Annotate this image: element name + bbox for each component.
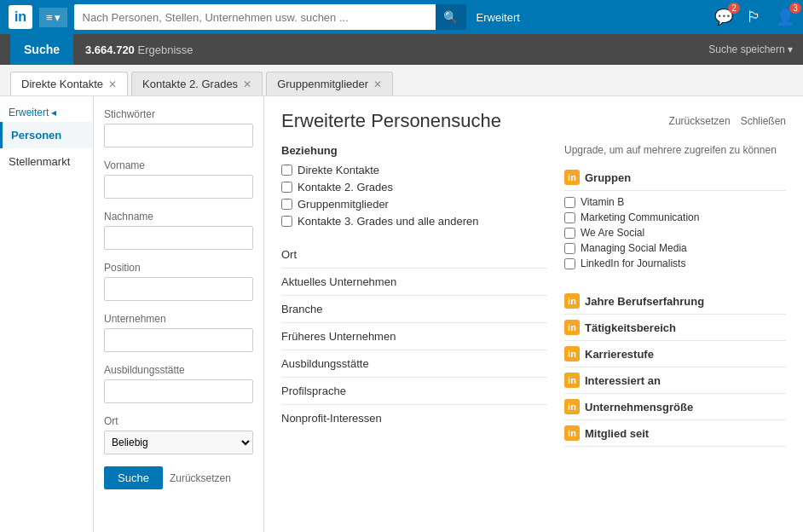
suche-label: Suche: [10, 34, 73, 65]
checkbox-kontakte2: Kontakte 2. Grades: [281, 181, 547, 194]
tatigkeit-section[interactable]: in Tätigkeitsbereich: [564, 315, 786, 341]
sidebar-item-personen[interactable]: Personen: [0, 122, 93, 148]
unternehmen-group: Unternehmen: [104, 313, 253, 352]
form-buttons: Suche Zurücksetzen: [104, 466, 253, 489]
checkbox-kontakte3: Kontakte 3. Grades und alle anderen: [281, 215, 547, 228]
schliessen-button[interactable]: Schließen: [741, 115, 786, 127]
in-badge-karriere: in: [564, 346, 580, 361]
advanced-title: Erweiterte Personensuche: [281, 110, 501, 132]
left-sidebar: Erweitert ◂ Personen Stellenmarkt: [0, 96, 94, 532]
sub-navigation: Suche 3.664.720 Ergebnisse Suche speiche…: [0, 34, 803, 65]
adv-content: Beziehung Direkte Kontakte Kontakte 2. G…: [281, 144, 786, 447]
gruppen-title[interactable]: in Gruppen: [564, 165, 786, 191]
in-badge-tatigkeit: in: [564, 320, 580, 335]
sidebar-erweitert[interactable]: Erweitert ◂: [0, 103, 93, 122]
chk-we-are-social[interactable]: [564, 228, 575, 239]
vorname-input[interactable]: [104, 175, 253, 199]
position-label: Position: [104, 262, 253, 274]
search-button[interactable]: 🔍: [436, 4, 466, 30]
group-managing-social: Managing Social Media: [564, 242, 786, 254]
results-count: 3.664.720 Ergebnisse: [85, 43, 194, 56]
ausbildung-label: Ausbildungsstätte: [104, 364, 253, 376]
panel-actions: Zurücksetzen Schließen: [669, 115, 786, 127]
karriere-label: Karrierestufe: [585, 348, 654, 361]
nachname-input[interactable]: [104, 226, 253, 250]
filter-ort[interactable]: Ort: [281, 241, 547, 269]
chk-direkte[interactable]: [281, 165, 292, 176]
chk-managing-social[interactable]: [564, 243, 575, 254]
sidebar-item-stellenmarkt[interactable]: Stellenmarkt: [0, 148, 93, 175]
group-vitamin-b-label: Vitamin B: [581, 196, 624, 208]
group-li-journalists: LinkedIn for Journalists: [564, 257, 786, 269]
erweitert-link[interactable]: Erweitert: [477, 11, 520, 24]
messages-icon[interactable]: 💬 2: [714, 8, 733, 26]
adv-right: Upgrade, um auf mehrere zugreifen zu kön…: [564, 144, 786, 447]
filter-branche[interactable]: Branche: [281, 296, 547, 323]
vorname-label: Vorname: [104, 159, 253, 171]
ort-label: Ort: [104, 415, 253, 427]
mitglied-label: Mitglied seit: [585, 427, 649, 440]
chk-vitamin-b[interactable]: [564, 197, 575, 208]
ausbildung-input[interactable]: [104, 379, 253, 403]
suche-button[interactable]: Suche: [104, 466, 163, 489]
jahre-section[interactable]: in Jahre Berufserfahrung: [564, 288, 786, 315]
interessiert-label: Interessiert an: [585, 374, 661, 387]
tab-close-kontakte2[interactable]: ✕: [243, 78, 251, 90]
filter-nonprofit[interactable]: Nonprofit-Interessen: [281, 405, 547, 431]
group-marketing-comm: Marketing Communication: [564, 211, 786, 223]
nachname-label: Nachname: [104, 211, 253, 223]
stichworter-input[interactable]: [104, 124, 253, 147]
search-form: Stichwörter Vorname Nachname Position Un…: [94, 96, 264, 532]
unternehmen-input[interactable]: [104, 328, 253, 352]
chk-li-journalists[interactable]: [564, 258, 575, 269]
linkedin-logo: in: [9, 5, 32, 29]
chk-marketing-comm[interactable]: [564, 212, 575, 223]
in-badge-mitglied: in: [564, 425, 580, 441]
unternehmens-section[interactable]: in Unternehmensgröße: [564, 394, 786, 420]
stichworter-label: Stichwörter: [104, 108, 253, 120]
save-search-button[interactable]: Suche speichern ▾: [708, 43, 793, 55]
chk-kontakte2-label: Kontakte 2. Grades: [298, 181, 393, 194]
position-input[interactable]: [104, 277, 253, 301]
stichworter-group: Stichwörter: [104, 108, 253, 147]
chk-kontakte2[interactable]: [281, 182, 292, 193]
zuruecksetzen-button[interactable]: Zurücksetzen: [669, 115, 731, 127]
chk-gruppenmitglieder[interactable]: [281, 199, 292, 210]
tab-gruppenmitglieder[interactable]: Gruppenmitglieder ✕: [266, 72, 393, 95]
checkbox-gruppenmitglieder: Gruppenmitglieder: [281, 198, 547, 211]
interessiert-section[interactable]: in Interessiert an: [564, 367, 786, 394]
gruppen-section: in Gruppen Vitamin B Marketing Communica…: [564, 165, 786, 278]
search-bar: 🔍: [74, 4, 466, 30]
tab-direkte-kontakte[interactable]: Direkte Kontakte ✕: [10, 72, 128, 95]
checkbox-direkte: Direkte Kontakte: [281, 164, 547, 176]
filter-fruheres-unternehmen[interactable]: Früheres Unternehmen: [281, 323, 547, 350]
in-badge-unternehmens: in: [564, 399, 580, 414]
filter-aktuelles-unternehmen[interactable]: Aktuelles Unternehmen: [281, 269, 547, 296]
ort-select[interactable]: Beliebig: [104, 431, 253, 454]
mitglied-section[interactable]: in Mitglied seit: [564, 420, 786, 447]
nachname-group: Nachname: [104, 211, 253, 250]
reset-button[interactable]: Zurücksetzen: [170, 466, 231, 489]
tatigkeit-label: Tätigkeitsbereich: [585, 321, 676, 334]
group-we-are-social: We Are Social: [564, 227, 786, 239]
groups-checkboxes: Vitamin B Marketing Communication We Are…: [564, 191, 786, 278]
chk-kontakte3[interactable]: [281, 216, 292, 227]
ort-group: Ort Beliebig: [104, 415, 253, 454]
tab-close-gruppe[interactable]: ✕: [373, 78, 382, 90]
menu-button[interactable]: ≡ ▾: [39, 8, 67, 27]
tab-close-direkte[interactable]: ✕: [108, 78, 117, 90]
karriere-section[interactable]: in Karrierestufe: [564, 341, 786, 367]
chk-direkte-label: Direkte Kontakte: [298, 164, 379, 176]
flag-icon[interactable]: 🏳: [747, 9, 762, 26]
main-layout: Erweitert ◂ Personen Stellenmarkt Stichw…: [0, 96, 803, 532]
unternehmen-label: Unternehmen: [104, 313, 253, 325]
vorname-group: Vorname: [104, 159, 253, 199]
group-marketing-comm-label: Marketing Communication: [581, 211, 699, 223]
tab-kontakte-2[interactable]: Kontakte 2. Grades ✕: [131, 72, 263, 95]
filter-profilsprache[interactable]: Profilsprache: [281, 378, 547, 405]
filter-ausbildungsstatte[interactable]: Ausbildungsstätte: [281, 350, 547, 378]
group-managing-social-label: Managing Social Media: [581, 242, 687, 254]
search-input[interactable]: [74, 4, 436, 30]
people-badge: 3: [789, 3, 801, 14]
people-icon[interactable]: 👤 3: [776, 8, 794, 26]
